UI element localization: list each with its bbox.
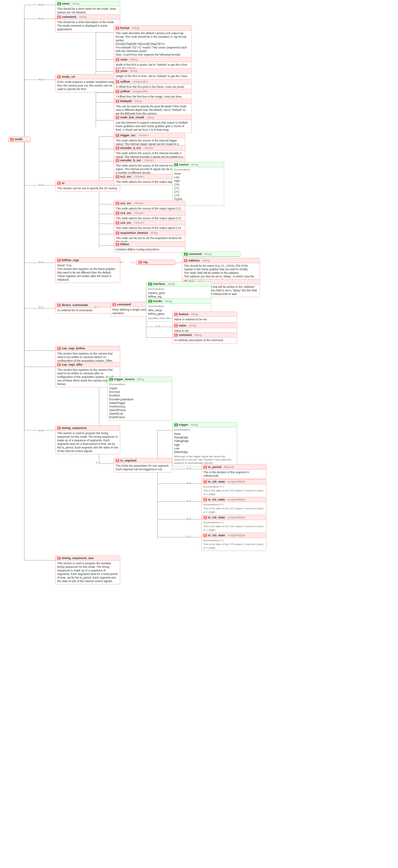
trigger-attr2-type-badge: A: [174, 424, 178, 426]
source-attr-label: source: [179, 163, 189, 166]
ts-ct1-state-label: ts_ct1_state: [208, 498, 225, 501]
yoffset-header: E yoffset : unsignedInt: [114, 89, 191, 94]
name-label: name: [62, 2, 70, 5]
mult-cmd: 1..*: [94, 306, 98, 309]
encoder-a-src-type: : <None>: [142, 146, 154, 150]
reg-header: E reg: [137, 260, 175, 265]
ts-segment-label: ts_segment: [120, 459, 136, 462]
cxp-regs-before-label: cxp_regs_before: [62, 347, 85, 350]
acq-timeout-header: E acquisition_timeout : string: [114, 230, 185, 236]
invoke-attr-type: : string: [163, 300, 172, 303]
ts-period-header: E ts_period : decimal: [202, 465, 266, 470]
xsize-type: : string: [128, 58, 137, 61]
mult-name: 0..1: [39, 3, 43, 6]
ts-ct1-enum-label: Enumerations 0 1: [203, 503, 264, 506]
cc3-src-type-badge: E: [116, 212, 119, 215]
trigger-enum-none: None: [174, 432, 235, 436]
ts-enum-eof: EndOfFrame: [109, 415, 170, 419]
ts-ct2-state-label: ts_ct2_state: [208, 516, 225, 519]
ts-ct1-state-node: E ts_ct1_state : unsignedByte Enumeratio…: [201, 497, 266, 515]
ts-enum-encquad: EncoderQuadrature: [109, 398, 170, 401]
source-enum-label: Enumerations: [174, 168, 222, 172]
ts-ct3-state-body: Enumerations 0 1 The is the state of the…: [202, 538, 266, 551]
mult-ts-seg: 0..*: [96, 461, 100, 464]
reg-node: E reg: [136, 259, 175, 265]
trigger-source-attr-type-badge: A: [109, 378, 113, 381]
trigger-enum-falling: FallingEdge: [174, 439, 235, 443]
yoffset-type-badge: E: [116, 90, 119, 93]
timing-sequencer-aux-type-badge: E: [57, 557, 61, 560]
mult-mode-roi: 0..1: [39, 78, 43, 81]
mult-ts-ct2: 0..1: [187, 517, 191, 520]
comment-attr-type-badge: A: [184, 253, 188, 256]
value-header: E value : string: [172, 323, 237, 328]
mode-node: E mode: [8, 136, 31, 142]
invoke-attr-label: invoke: [153, 300, 162, 303]
ts-ct3-state-type: : unsignedByte: [226, 534, 245, 537]
comment-elem2-type: : string: [193, 333, 201, 337]
interface-attr-type: : string: [166, 282, 175, 285]
comment-attr-label: comment: [189, 252, 202, 256]
trigger-src-type: : <None>: [136, 134, 148, 137]
trigger-enum-label: Enumerations: [174, 428, 235, 432]
name-node: A name : string This should be a short n…: [55, 1, 120, 16]
ts-period-label: ts_period: [208, 465, 221, 469]
timing-sequencer-aux-label: timing_sequencer_aux: [62, 556, 94, 560]
source-enum-low: Low: [174, 176, 222, 179]
trigger-attr2-type: : string: [189, 423, 198, 426]
device-commands-label: device_commands: [62, 303, 88, 307]
cc2-src-node: E cc2_src : <None> This node selects the…: [114, 201, 185, 212]
ts-period-node: E ts_period : decimal This is the durati…: [201, 464, 266, 479]
feature-type-badge: E: [174, 313, 178, 316]
trigger-source-enum-label: Enumerations: [109, 383, 170, 386]
mode-label: mode: [14, 137, 23, 141]
ts-ct1-state-header: E ts_ct1_state : unsignedByte: [202, 497, 266, 502]
command-type-badge: E: [112, 303, 116, 306]
cc3-src-node: E cc3_src : <None> This node selects the…: [114, 210, 185, 221]
reg-type-badge: E: [138, 261, 142, 264]
comments-header: E comments : string: [56, 14, 120, 20]
ts-ct2-state-type: : unsignedByte: [226, 516, 245, 519]
comments-body: This should be a short description of th…: [56, 20, 120, 32]
comment-elem2-body: An arbitrary description of the command: [172, 338, 237, 343]
multi-line-chunk-type: : string: [145, 116, 154, 119]
ysize-type: : string: [128, 69, 137, 72]
encoder-a-src-header: E encoder_a_src : <None>: [114, 146, 185, 151]
cc3-src-type: : <None>: [132, 211, 144, 215]
mode-roi-label: mode_roi: [62, 75, 75, 79]
mult-timing: 0..1: [39, 429, 43, 432]
multi-line-chunk-label: multi_line_chunk: [120, 116, 144, 119]
io-type-badge: E: [57, 182, 61, 185]
interface-attr-header: A interface : string: [146, 282, 211, 286]
timing-sequencer-node: E timing_sequencer This section is used …: [55, 425, 120, 454]
ts-ct2-state-header: E ts_ct2_state : unsignedByte: [202, 515, 266, 520]
ts-ct3-enum-label: Enumerations 0 1: [203, 539, 264, 542]
value-type-badge: E: [174, 324, 178, 327]
mult-value: 1..1: [156, 324, 160, 328]
feature-label: feature: [179, 313, 189, 316]
timing-sequencer-body: This section is used to program the timi…: [56, 431, 120, 454]
ts-ct3-state-label: ts_ct3_state: [208, 534, 225, 537]
trigger-enum-rising: RisingEdge: [174, 436, 235, 439]
trigger-src-type-badge: E: [116, 134, 119, 137]
ts-ct0-state-type: : unsignedByte: [226, 480, 245, 483]
ts-ct0-state-body: Enumerations 0 1 The is the state of the…: [202, 484, 266, 497]
trigger-source-attr-body: Enumerations TrgSel EncASel EncBSel Enco…: [107, 382, 172, 420]
timing-sequencer-aux-header: E timing_sequencer_aux: [56, 556, 120, 561]
trigger-attr2-body: Enumerations None RisingEdge FallingEdge…: [172, 427, 237, 466]
io-body: This section can be use to specify the I…: [56, 186, 120, 191]
bitbox-label: bitbox: [120, 243, 129, 246]
ts-enum-sol: StartOfLine: [109, 412, 170, 415]
format-type-badge: E: [116, 27, 119, 30]
timing-sequencer-label: timing_sequencer: [62, 426, 87, 430]
trigger-attr2-header: A trigger : string: [172, 423, 237, 427]
mode-roi-node: E mode_roi If this mode acquires a small…: [55, 74, 120, 92]
cc1-src-label: cc1_src: [120, 175, 131, 178]
ts-ct0-state-node: E ts_ct0_state : unsignedByte Enumeratio…: [201, 479, 266, 497]
ts-enum-gated: GatedTrigger: [109, 401, 170, 405]
trigger-source-attr-label: trigger_source: [114, 378, 134, 381]
mult-ts-ct3: 0..7: [187, 535, 191, 538]
encoder-b-src-type-badge: E: [116, 159, 119, 162]
comments-type: : string: [77, 15, 86, 19]
bitdepth-type: : string: [133, 99, 142, 103]
